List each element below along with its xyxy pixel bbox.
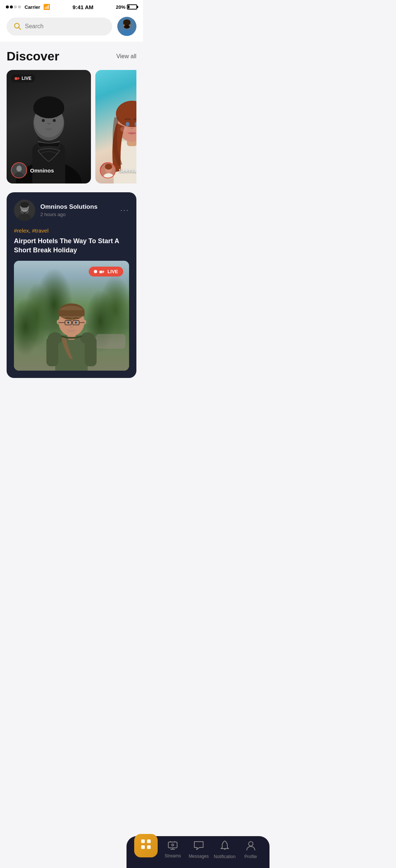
battery-icon — [127, 4, 137, 10]
live-card-omninos[interactable]: LIVE Omninos — [7, 70, 91, 183]
svg-point-82 — [75, 322, 76, 323]
battery-percentage: 20% — [116, 4, 125, 10]
discover-section: Discover View all — [0, 42, 143, 191]
svg-marker-22 — [18, 77, 20, 80]
post-tags: #relex, #travel — [14, 227, 129, 234]
post-live-badge: LIVE — [89, 267, 123, 277]
status-time: 9:41 AM — [73, 4, 94, 10]
discover-title: Discover — [7, 49, 59, 63]
user-avatar-header[interactable] — [117, 17, 136, 36]
live-cards-row: LIVE Omninos — [7, 70, 136, 185]
svg-point-8 — [124, 25, 130, 29]
carrier-label: Carrier — [25, 4, 40, 10]
svg-point-17 — [42, 119, 45, 122]
wifi-icon: 📶 — [43, 4, 50, 10]
svg-point-20 — [33, 101, 64, 118]
search-bar[interactable] — [7, 18, 112, 36]
svg-point-10 — [128, 24, 129, 25]
svg-point-31 — [126, 122, 129, 126]
svg-point-33 — [120, 127, 128, 132]
post-header: Omninos Solutions 2 hours ago ··· — [14, 200, 129, 221]
view-all-button[interactable]: View all — [116, 53, 136, 60]
svg-point-58 — [22, 207, 23, 208]
svg-rect-84 — [99, 271, 102, 273]
live-badge-omninos: LIVE — [11, 74, 35, 82]
card-name-omninos: Omninos — [30, 167, 54, 174]
post-time: 2 hours ago — [40, 212, 115, 217]
svg-point-83 — [66, 329, 77, 334]
live-card-seema[interactable]: Seema — [95, 70, 136, 183]
svg-point-73 — [83, 320, 87, 324]
svg-point-9 — [125, 24, 126, 25]
svg-rect-66 — [85, 337, 96, 367]
card-name-seema: Seema — [119, 167, 136, 174]
post-section: Omninos Solutions 2 hours ago ··· #relex… — [0, 192, 143, 415]
card-person-info-omninos: Omninos — [11, 162, 54, 178]
svg-marker-85 — [103, 270, 104, 273]
post-title: Airport Hotels The Way To Start A Short … — [14, 237, 129, 255]
card-avatar-omninos — [11, 162, 27, 178]
discover-header: Discover View all — [7, 49, 136, 63]
search-input[interactable] — [25, 23, 106, 30]
post-image[interactable]: LIVE — [14, 261, 129, 371]
svg-point-57 — [20, 202, 29, 208]
post-card: Omninos Solutions 2 hours ago ··· #relex… — [7, 192, 136, 378]
search-icon — [13, 22, 21, 31]
header — [0, 12, 143, 42]
post-user-info: Omninos Solutions 2 hours ago — [40, 203, 115, 217]
card-avatar-seema — [100, 162, 116, 178]
post-live-label: LIVE — [107, 269, 118, 274]
status-bar: Carrier 📶 9:41 AM 20% — [0, 0, 143, 12]
svg-point-18 — [53, 119, 56, 122]
post-avatar — [14, 200, 35, 221]
post-username: Omninos Solutions — [40, 203, 115, 211]
svg-point-81 — [68, 322, 69, 323]
svg-rect-71 — [59, 310, 85, 316]
svg-point-7 — [123, 22, 131, 25]
svg-point-24 — [16, 166, 22, 171]
svg-line-1 — [19, 27, 21, 29]
svg-point-59 — [26, 207, 27, 208]
svg-point-37 — [105, 164, 112, 170]
svg-point-72 — [57, 320, 60, 324]
svg-rect-21 — [15, 77, 18, 80]
post-menu-button[interactable]: ··· — [120, 205, 129, 215]
card-person-info-seema: Seema — [100, 162, 136, 178]
svg-rect-65 — [47, 337, 58, 367]
